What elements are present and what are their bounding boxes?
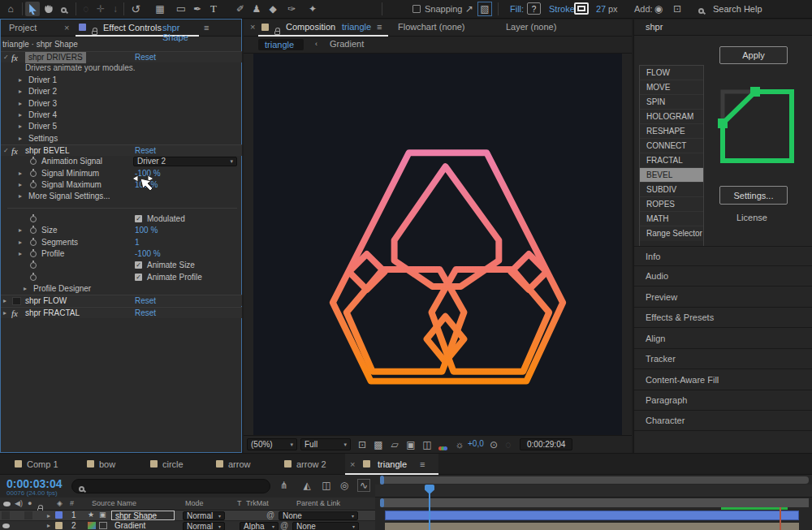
segments-value[interactable]: 1: [135, 237, 140, 248]
apply-button[interactable]: Apply: [719, 46, 788, 64]
module-spin[interactable]: SPIN: [640, 95, 703, 110]
disclosure-icon[interactable]: ▸: [19, 248, 22, 260]
eraser-tool-icon[interactable]: ◆: [266, 0, 280, 18]
selection-tool-icon[interactable]: [25, 2, 40, 16]
frame-blending-icon[interactable]: ◫: [320, 476, 333, 494]
current-time-display[interactable]: 0:00:03:04: [6, 477, 63, 490]
camera-tool-icon[interactable]: ▦: [153, 0, 167, 18]
brush-tool-icon[interactable]: ✐: [233, 0, 248, 18]
pickwhip-icon[interactable]: @: [280, 521, 288, 530]
disclosure-icon[interactable]: ▸: [24, 283, 27, 295]
animation-signal-select[interactable]: Driver 2 ▾: [133, 157, 237, 166]
timeline-tab-arrow[interactable]: arrow: [228, 459, 251, 469]
disclosure-icon[interactable]: ▸: [19, 179, 22, 191]
layer-label-swatch[interactable]: [55, 511, 63, 519]
stopwatch-icon[interactable]: [30, 274, 37, 281]
lock-icon[interactable]: [274, 31, 280, 35]
tab-effect-controls[interactable]: Effect Controls shpr Shape: [76, 19, 199, 37]
panel-effects-presets[interactable]: Effects & Presets: [634, 308, 812, 328]
timeline-tab-bow[interactable]: bow: [99, 459, 115, 469]
disclosure-icon[interactable]: ▸: [19, 191, 22, 202]
layer-1-parent-select[interactable]: None▾: [279, 511, 358, 520]
resolution-select[interactable]: Full▾: [300, 438, 351, 450]
disclosure-icon[interactable]: ▸: [47, 522, 50, 529]
shy-star-icon[interactable]: ★: [88, 511, 94, 519]
panel-menu-icon[interactable]: ≡: [420, 459, 425, 469]
lock-icon[interactable]: [92, 31, 97, 35]
module-move[interactable]: MOVE: [640, 80, 703, 95]
panel-preview[interactable]: Preview: [634, 287, 812, 308]
panel-info[interactable]: Info: [634, 246, 812, 266]
mask-rectangle-tool-icon[interactable]: ▭: [174, 0, 188, 18]
magnification-select[interactable]: (50%)▾: [247, 438, 297, 450]
flow-fx-toggle[interactable]: [12, 297, 21, 305]
puppet-pin-tool-icon[interactable]: ✦: [305, 0, 320, 18]
module-connect[interactable]: CONNECT: [640, 139, 703, 153]
dolly-camera-icon[interactable]: ↓: [109, 0, 122, 18]
module-fractal[interactable]: FRACTAL: [640, 153, 703, 168]
effect-header-drivers[interactable]: ✓fx shpr DRIVERS Reset: [1, 51, 242, 62]
effect-title-flow[interactable]: shpr FLOW: [25, 295, 67, 307]
viewer-tab-gradient[interactable]: Gradient: [330, 39, 364, 49]
composition-tab-close-icon[interactable]: ×: [250, 22, 255, 32]
effect-title-fractal[interactable]: shpr FRACTAL: [25, 308, 80, 319]
stroke-width-value[interactable]: 27: [596, 4, 606, 14]
panel-menu-icon[interactable]: ≡: [377, 22, 382, 32]
effect-title-drivers[interactable]: shpr DRIVERS: [25, 52, 86, 63]
layer-row-1[interactable]: ▸ 1 ★ ▣ shpr Shape Normal▾ @ None▾: [0, 511, 375, 521]
timeline-tab-triangle[interactable]: × triangle ≡: [345, 454, 438, 475]
disclosure-icon[interactable]: ▸: [19, 121, 22, 132]
collapse-icon[interactable]: ▣: [99, 511, 106, 519]
stopwatch-icon[interactable]: [30, 170, 37, 177]
stopwatch-icon[interactable]: [30, 227, 37, 234]
region-of-interest-icon[interactable]: ▣: [404, 436, 417, 454]
guides-icon[interactable]: ⊡: [356, 436, 369, 454]
stopwatch-icon[interactable]: [30, 262, 37, 269]
type-tool-icon[interactable]: T: [206, 0, 221, 18]
panel-paragraph[interactable]: Paragraph: [634, 390, 812, 411]
layer-2-duration-bar[interactable]: [385, 523, 799, 530]
fill-label[interactable]: Fill:: [510, 4, 524, 14]
search-help-input[interactable]: Search Help: [713, 4, 762, 14]
module-subdiv[interactable]: SUBDIV: [640, 183, 703, 197]
size-value[interactable]: 100 %: [135, 225, 158, 236]
workspace-icon[interactable]: ⊡: [671, 0, 684, 18]
drivers-reset-link[interactable]: Reset: [135, 52, 156, 63]
composition-viewer[interactable]: [253, 54, 622, 435]
bevel-reset-link[interactable]: Reset: [135, 145, 156, 157]
module-reshape[interactable]: RESHAPE: [640, 124, 703, 139]
graph-editor-icon[interactable]: ∿: [357, 479, 370, 492]
layer-1-duration-bar[interactable]: [385, 511, 799, 520]
layer-1-mode-select[interactable]: Normal▾: [183, 511, 225, 520]
stroke-swatch[interactable]: [574, 2, 589, 15]
layer-row-2[interactable]: ▸ 2 Gradient Normal▾ Alpha▾ @ None▾: [0, 521, 375, 530]
disclosure-icon[interactable]: ▸: [19, 98, 22, 110]
tab-composition[interactable]: Composition triangle ≡: [258, 19, 388, 37]
layer-label-swatch[interactable]: [55, 522, 63, 529]
tab-flowchart[interactable]: Flowchart (none): [398, 22, 465, 32]
panel-character[interactable]: Character: [634, 411, 812, 431]
composition-mini-flowchart-icon[interactable]: ⋔: [278, 476, 291, 494]
layer-name-field[interactable]: shpr Shape: [111, 511, 175, 520]
project-tab-close-icon[interactable]: ×: [64, 23, 69, 32]
fractal-reset-link[interactable]: Reset: [135, 308, 156, 319]
pen-tool-icon[interactable]: ✒: [190, 0, 205, 18]
video-visibility-icon[interactable]: [2, 524, 10, 528]
fill-swatch[interactable]: ?: [527, 2, 541, 15]
modulated-checkbox[interactable]: ✓: [135, 215, 142, 222]
home-icon[interactable]: ⌂: [3, 0, 18, 18]
shpr-panel-header[interactable]: shpr: [634, 19, 812, 36]
module-flow[interactable]: FLOW: [640, 66, 703, 80]
transparency-grid-icon[interactable]: ▩: [372, 436, 385, 454]
panel-align[interactable]: Align: [634, 329, 812, 349]
exposure-icon[interactable]: ☼: [453, 436, 466, 454]
disclosure-icon[interactable]: ▸: [19, 86, 22, 97]
animate-profile-checkbox[interactable]: ✓: [135, 274, 142, 281]
motion-blur-icon[interactable]: ◎: [338, 476, 351, 494]
stopwatch-icon[interactable]: [30, 251, 37, 257]
effect-header-bevel[interactable]: ✓fx shpr BEVEL Reset: [1, 144, 242, 156]
timeline-tab-circle[interactable]: circle: [162, 459, 184, 469]
viewer-tab-triangle[interactable]: triangle: [258, 39, 304, 50]
settings-button[interactable]: Settings...: [719, 186, 788, 205]
viewer-tab-chevron-icon[interactable]: ‹: [315, 40, 317, 48]
